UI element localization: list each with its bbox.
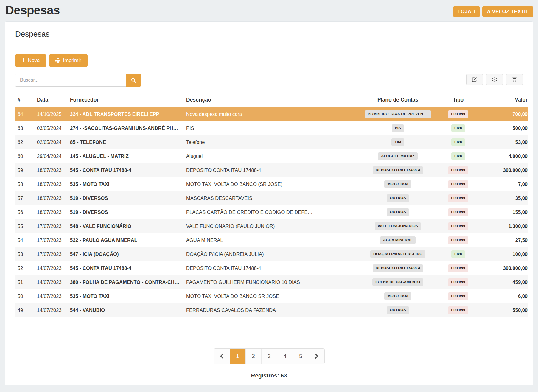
row-description: FERRADURAS CAVALOS DA FAZENDA: [186, 303, 358, 317]
column-header-fornecedor[interactable]: Fornecedor: [70, 94, 186, 107]
chevron-right-icon: [315, 354, 318, 359]
table-row[interactable]: 4914/07/2023544 - VANUBIOFERRADURAS CAVA…: [15, 303, 528, 317]
pagination-prev-button[interactable]: [214, 349, 230, 364]
row-date: 17/07/2023: [37, 219, 70, 233]
company-badge[interactable]: A VELOZ TEXTIL: [482, 6, 533, 17]
row-date: 18/07/2023: [37, 163, 70, 177]
toolbar: + Nova Imprimir: [5, 46, 533, 67]
row-type-cell: Flexível: [438, 233, 479, 247]
plan-badge: PIS: [392, 124, 404, 132]
nova-button[interactable]: + Nova: [15, 54, 46, 67]
pagination-page-4[interactable]: 4: [277, 349, 293, 364]
type-badge: Flexível: [448, 306, 468, 314]
plan-badge: DEPOSITO ITAU 17488-4: [373, 166, 423, 174]
imprimir-button-label: Imprimir: [63, 57, 81, 63]
row-date: 14/07/2023: [37, 289, 70, 303]
store-badge[interactable]: LOJA 1: [453, 6, 480, 17]
plan-badge: OUTROS: [387, 194, 409, 202]
table-row[interactable]: 5718/07/2023519 - DIVERSOSMASCARAS DESCA…: [15, 191, 528, 205]
table-row[interactable]: 5114/07/2023380 - FOLHA DE PAGAMENTO - C…: [15, 275, 528, 289]
delete-button[interactable]: [506, 74, 523, 85]
column-header-plano[interactable]: Plano de Contas: [358, 94, 438, 107]
type-badge: Flexível: [448, 110, 468, 118]
page-title: Despesas: [5, 4, 60, 17]
row-supplier: 544 - VANUBIO: [70, 303, 186, 317]
row-supplier: 519 - DIVERSOS: [70, 191, 186, 205]
row-supplier: 535 - MOTO TAXI: [70, 177, 186, 191]
action-buttons: [466, 74, 523, 85]
row-description: Telefone: [186, 135, 358, 149]
type-badge: Fixa: [451, 250, 465, 258]
row-date: 14/07/2023: [37, 275, 70, 289]
row-description: PAGAMENTO GUILHERM FUNCIONARIO 10 DIAS: [186, 275, 358, 289]
table-row[interactable]: 6303/05/2024274 - -SACOLITAS-GARANHUNS-A…: [15, 121, 528, 135]
type-badge: Flexível: [448, 222, 468, 230]
search-button[interactable]: [126, 74, 141, 87]
row-supplier: 545 - CONTA ITAU 17488-4: [70, 163, 186, 177]
type-badge: Fixa: [451, 138, 465, 146]
table-row[interactable]: 5517/07/2023548 - VALE FUNCIONÁRIOVALE F…: [15, 219, 528, 233]
type-badge: Flexível: [448, 264, 468, 272]
row-type-cell: Flexível: [438, 107, 479, 121]
row-plan-cell: VALE FUNCIONARIOS: [358, 219, 438, 233]
row-plan-cell: MOTO TAXI: [358, 177, 438, 191]
view-button[interactable]: [486, 74, 503, 85]
row-supplier: 145 - ALUGUEL - MATRIZ: [70, 149, 186, 163]
imprimir-button[interactable]: Imprimir: [49, 54, 88, 67]
table-row[interactable]: 5214/07/2023545 - CONTA ITAU 17488-4DEPO…: [15, 261, 528, 275]
row-value: 27,50: [479, 233, 528, 247]
pagination-next-button[interactable]: [309, 349, 324, 364]
row-value: 53,00: [479, 135, 528, 149]
column-header-descricao[interactable]: Descrição: [186, 94, 358, 107]
table-row[interactable]: 6414/10/2025324 - ADL TRANSPORTES EIRELI…: [15, 107, 528, 121]
table-row[interactable]: 6202/05/202485 - TELEFONETelefoneTIMFixa…: [15, 135, 528, 149]
row-value: 700,00: [479, 107, 528, 121]
printer-icon: [55, 58, 60, 63]
pagination-page-3[interactable]: 3: [261, 349, 277, 364]
row-plan-cell: DEPOSITO ITAU 17488-4: [358, 261, 438, 275]
plan-badge: OUTROS: [387, 208, 409, 216]
table-row[interactable]: 5818/07/2023535 - MOTO TAXIMOTO TAXI VOL…: [15, 177, 528, 191]
pagination-page-2[interactable]: 2: [245, 349, 261, 364]
row-description: Nova despesa muito cara: [186, 107, 358, 121]
pagination-page-5[interactable]: 5: [293, 349, 309, 364]
edit-button[interactable]: [466, 74, 483, 85]
card-title: Despesas: [15, 29, 523, 39]
top-badges: LOJA 1 A VELOZ TEXTIL: [453, 6, 533, 17]
plan-badge: OUTROS: [387, 306, 409, 314]
row-id: 62: [15, 135, 37, 149]
pagination-page-1[interactable]: 1: [230, 349, 245, 364]
table-row[interactable]: 6029/04/2024145 - ALUGUEL - MATRIZAlugue…: [15, 149, 528, 163]
row-value: 7,00: [479, 177, 528, 191]
column-header-tipo[interactable]: Tipo: [438, 94, 479, 107]
search-input[interactable]: [15, 74, 126, 87]
column-header-data[interactable]: Data: [37, 94, 70, 107]
row-description: DEPOSITO CONTA ITAU 17488-4: [186, 261, 358, 275]
row-id: 54: [15, 233, 37, 247]
row-type-cell: Flexível: [438, 205, 479, 219]
pagination: 12345: [214, 348, 325, 364]
row-type-cell: Flexível: [438, 163, 479, 177]
type-badge: Flexível: [448, 194, 468, 202]
row-supplier: 274 - -SACOLITAS-GARANHUNS-ANDRÉ PH…: [70, 121, 186, 135]
row-date: 14/07/2023: [37, 303, 70, 317]
table-row[interactable]: 5417/07/2023522 - PAULO AGUA MNERALAGUA …: [15, 233, 528, 247]
plan-badge: DOAÇÃO PARA TERCEIRO: [370, 250, 425, 258]
table-row[interactable]: 5918/07/2023545 - CONTA ITAU 17488-4DEPO…: [15, 163, 528, 177]
pagination-wrap: 12345: [5, 348, 533, 364]
row-value: 6,00: [479, 289, 528, 303]
row-id: 53: [15, 247, 37, 261]
despesas-card: Despesas + Nova Imprimir: [5, 21, 533, 385]
row-date: 14/07/2023: [37, 261, 70, 275]
row-type-cell: Flexível: [438, 177, 479, 191]
table-row[interactable]: 5014/07/2023535 - MOTO TAXIMOTO TAXI VOL…: [15, 289, 528, 303]
column-header-valor[interactable]: Valor: [479, 94, 528, 107]
row-description: MOTO TAXI VOLTA DO BANCO (SR JOSE): [186, 177, 358, 191]
row-description: MOTO TAXI VOLTA DO BANCO SR JOSE: [186, 289, 358, 303]
search-icon: [131, 78, 136, 83]
column-header-id[interactable]: #: [15, 94, 37, 107]
row-description: VALE FUNCIONARIO (PAULO JUNIOR): [186, 219, 358, 233]
row-id: 51: [15, 275, 37, 289]
table-row[interactable]: 5317/07/2023547 - ICIA (DOAÇÃO)DOAÇÃO P/…: [15, 247, 528, 261]
table-row[interactable]: 5618/07/2023519 - DIVERSOSPLACAS CARTÃO …: [15, 205, 528, 219]
